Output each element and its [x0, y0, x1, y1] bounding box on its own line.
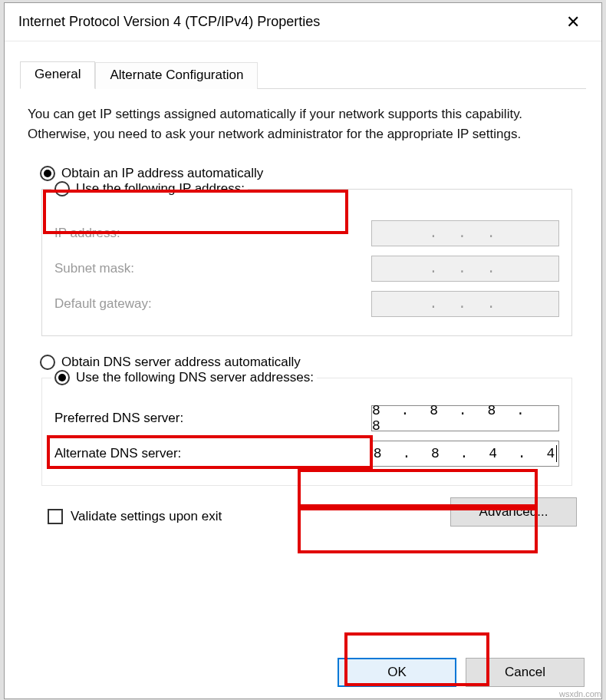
radio-icon	[54, 181, 70, 196]
titlebar: Internet Protocol Version 4 (TCP/IPv4) P…	[5, 3, 601, 41]
radio-icon	[40, 166, 55, 181]
subnet-mask-input: . . .	[371, 256, 559, 282]
radio-use-following-dns[interactable]: Use the following DNS server addresses:	[51, 370, 317, 385]
close-icon[interactable]: ✕	[558, 9, 588, 35]
dns-manual-group: Use the following DNS server addresses: …	[41, 378, 572, 486]
radio-label: Use the following DNS server addresses:	[76, 370, 314, 385]
subnet-mask-label: Subnet mask:	[54, 261, 134, 276]
ip-manual-group: Use the following IP address: IP address…	[41, 189, 572, 336]
alternate-dns-input[interactable]: 8 . 8 . 4 . 4	[371, 441, 559, 467]
default-gateway-input: . . .	[371, 291, 559, 317]
alternate-dns-label: Alternate DNS server:	[54, 446, 181, 461]
checkbox-icon	[48, 509, 63, 524]
tab-general[interactable]: General	[20, 61, 95, 89]
tab-strip: General Alternate Configuration	[20, 61, 586, 89]
radio-icon	[40, 355, 55, 370]
ip-address-label: IP address:	[54, 226, 120, 241]
radio-label: Obtain an IP address automatically	[61, 166, 263, 181]
dialog-window: Internet Protocol Version 4 (TCP/IPv4) P…	[4, 2, 602, 699]
ip-address-input: . . .	[371, 220, 559, 246]
description-text: You can get IP settings assigned automat…	[20, 89, 586, 163]
cancel-button[interactable]: Cancel	[466, 658, 585, 687]
dialog-footer: OK Cancel	[338, 658, 585, 687]
preferred-dns-label: Preferred DNS server:	[54, 411, 183, 426]
radio-label: Obtain DNS server address automatically	[61, 355, 301, 370]
radio-label: Use the following IP address:	[76, 181, 245, 196]
advanced-button[interactable]: Advanced...	[450, 497, 577, 527]
checkbox-label: Validate settings upon exit	[71, 509, 222, 524]
preferred-dns-input[interactable]: 8 . 8 . 8 . 8	[371, 405, 559, 431]
default-gateway-label: Default gateway:	[54, 296, 152, 312]
watermark-text: wsxdn.com	[559, 689, 601, 698]
tab-alternate-configuration[interactable]: Alternate Configuration	[95, 62, 258, 89]
window-title: Internet Protocol Version 4 (TCP/IPv4) P…	[18, 14, 320, 30]
radio-icon	[54, 370, 70, 385]
ok-button[interactable]: OK	[338, 658, 456, 687]
radio-use-following-ip[interactable]: Use the following IP address:	[51, 181, 248, 196]
